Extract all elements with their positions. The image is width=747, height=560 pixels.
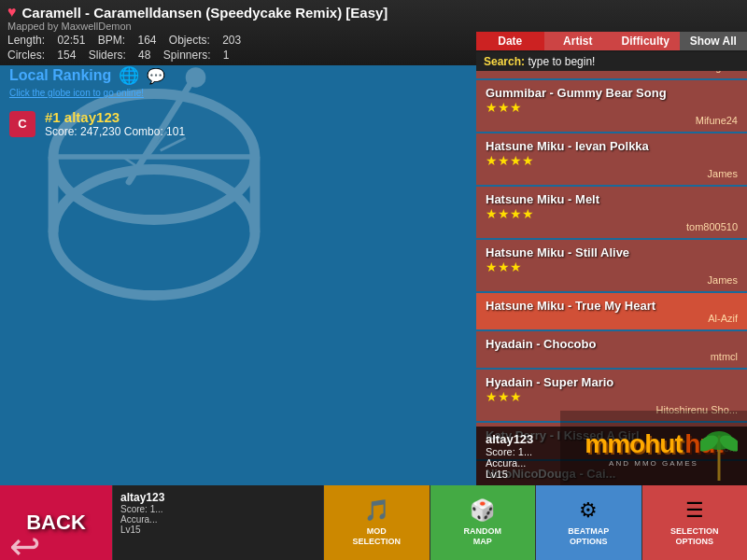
tab-artist[interactable]: Artist — [544, 32, 613, 50]
bottom-score-area: altay123 Score: 1... Accura... Lv15 — [112, 485, 323, 560]
song-item-stars: ★★★ — [486, 389, 738, 404]
bpm-value: 164 — [137, 34, 156, 47]
song-list-item[interactable]: Hyadain - Super Mario★★★Hitoshirenu Sho.… — [476, 370, 747, 421]
message-icon[interactable]: 💬 — [147, 67, 165, 85]
score-accuracy: Accura... — [486, 457, 738, 469]
tab-bar: Date Artist Difficulty Show All — [476, 32, 747, 50]
globe-icon[interactable]: 🌐 — [119, 65, 139, 86]
song-item-stars: ★★★★ — [486, 153, 738, 168]
tab-difficulty[interactable]: Difficulty — [612, 32, 680, 50]
song-list-item[interactable]: Hatsune Miku - Ievan Polkka★★★★James — [476, 133, 747, 185]
song-list-item[interactable]: Hatsune Miku - Still Alive★★★James — [476, 240, 747, 291]
beatmap-options-button[interactable]: ⚙ BEATMAPOPTIONS — [535, 485, 641, 560]
song-item-title: Hatsune Miku - True My Heart — [486, 299, 738, 313]
back-button[interactable]: BACK ↩ — [0, 485, 112, 560]
selection-label: SelectionOptions — [670, 526, 719, 547]
objects-label: Objects: — [169, 34, 210, 47]
song-item-stars: ★★★★ — [486, 206, 738, 221]
song-item-author: Mifune24 — [486, 115, 738, 126]
random-label: RANDOMMAP — [464, 526, 502, 547]
song-list-item[interactable]: Gummibar - Gummy Bear Song★★★Mifune24 — [476, 80, 747, 132]
search-placeholder: type to begin! — [528, 55, 595, 68]
sliders-value: 48 — [138, 49, 150, 62]
tab-date[interactable]: Date — [476, 32, 544, 50]
song-item-title: Gummibar - Gummy Bear Song — [486, 86, 738, 100]
song-list: kingcobGummibar - Gummy Bear Song★★★Mifu… — [476, 56, 747, 485]
song-item-author: Al-Azif — [486, 313, 738, 324]
rank-number: #1 altay123 — [45, 109, 185, 125]
search-label: Search: — [484, 55, 525, 68]
selection-icon: ☰ — [685, 498, 704, 523]
selection-options-button[interactable]: ☰ SelectionOptions — [641, 485, 748, 560]
song-item-author: mtmcl — [486, 351, 738, 362]
length-value: 02:51 — [57, 34, 85, 47]
song-list-item[interactable]: Hyadain - Chocobomtmcl — [476, 331, 747, 368]
objects-value: 203 — [222, 34, 241, 47]
bottom-player-name: altay123 — [120, 491, 316, 504]
spinners-value: 1 — [223, 49, 230, 62]
random-map-button[interactable]: 🎲 RANDOMMAP — [430, 485, 536, 560]
song-item-author: Hitoshirenu Sho... — [486, 404, 738, 415]
ranking-title: Local Ranking — [9, 67, 111, 84]
song-item-title: Hyadain - Chocobo — [486, 337, 738, 351]
song-item-title: Hatsune Miku - Still Alive — [486, 245, 738, 259]
song-item-title: Hatsune Miku - Melt — [486, 192, 738, 206]
sliders-label: Sliders: — [89, 49, 126, 62]
spinners-label: Spinners: — [163, 49, 211, 62]
score-detail: Score: 247,230 Combo: 101 — [45, 125, 185, 138]
bpm-label: BPM: — [98, 34, 125, 47]
score-entry: C #1 altay123 Score: 247,230 Combo: 101 — [9, 109, 185, 138]
bottom-score: Score: 1... — [120, 504, 316, 514]
circles-value: 154 — [57, 49, 76, 62]
song-item-author: James — [486, 168, 738, 179]
song-item-title: Hyadain - Super Mario — [486, 375, 738, 389]
song-list-item[interactable]: Hatsune Miku - Melt★★★★tom800510 — [476, 187, 747, 238]
heart-icon: ♥ — [7, 4, 17, 21]
rank-badge: C — [9, 111, 35, 137]
local-ranking-panel: Local Ranking 🌐 💬 Click the globe icon t… — [9, 65, 185, 138]
mod-selection-button[interactable]: 🎵 MODSELECTION — [323, 485, 430, 560]
circles-label: Circles: — [7, 49, 45, 62]
score-player-name: altay123 — [486, 432, 738, 446]
song-item-title: Hatsune Miku - Ievan Polkka — [486, 139, 738, 153]
song-item-author: tom800510 — [486, 221, 738, 232]
score-panel: altay123 Score: 1... Accura... Lv15 — [476, 427, 747, 485]
beatmap-icon: ⚙ — [579, 498, 598, 523]
go-online-text[interactable]: Click the globe icon to go online! — [9, 88, 185, 98]
song-list-item[interactable]: Hatsune Miku - True My HeartAl-Azif — [476, 293, 747, 329]
bottom-bar: BACK ↩ altay123 Score: 1... Accura... Lv… — [0, 485, 747, 560]
svg-point-7 — [186, 67, 206, 88]
random-icon: 🎲 — [470, 498, 495, 523]
song-item-stars: ★★★ — [486, 100, 738, 115]
mod-icon: 🎵 — [364, 498, 389, 523]
song-title: Caramell - Caramelldansen (Speedycake Re… — [22, 5, 388, 21]
search-bar: Search: type to begin! — [476, 52, 747, 71]
length-label: Length: — [7, 34, 45, 47]
tab-show-all[interactable]: Show All — [680, 32, 748, 50]
back-arrow-icon: ↩ — [9, 525, 41, 560]
bottom-level: Lv15 — [120, 525, 316, 535]
beatmap-label: BEATMAPOPTIONS — [568, 526, 609, 547]
bottom-accuracy: Accura... — [120, 514, 316, 525]
song-item-author: James — [486, 274, 738, 286]
song-item-stars: ★★★ — [486, 259, 738, 274]
mod-label: MODSELECTION — [352, 526, 401, 547]
mapper-credit: Mapped by MaxwellDemon — [7, 21, 740, 32]
score-level: Lv15 — [486, 469, 738, 480]
score-value: Score: 1... — [486, 446, 738, 457]
